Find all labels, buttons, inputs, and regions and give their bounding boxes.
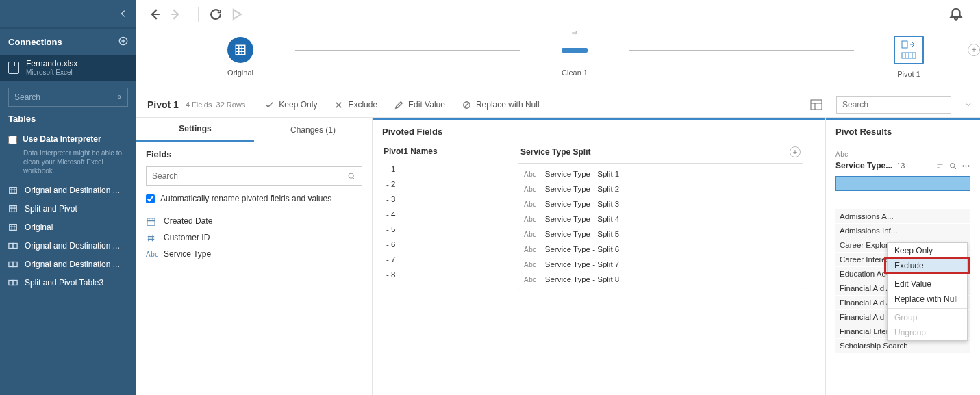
pivot-name-row[interactable]: - 3 (381, 192, 504, 207)
pivot-name-row[interactable]: - 4 (381, 207, 504, 222)
exclude-button[interactable]: Exclude (334, 100, 377, 110)
settings-pane: Settings Changes (1) Fields Automaticall… (136, 118, 372, 395)
svg-point-1 (118, 96, 121, 99)
pivot-icon (894, 36, 924, 64)
toolbar-search-input[interactable] (842, 100, 945, 110)
flow-node-original[interactable]: Original (186, 37, 295, 77)
flow-node-label: Clean 1 (562, 68, 588, 77)
flow-node-label: Pivot 1 (897, 70, 920, 78)
svg-rect-15 (811, 100, 822, 110)
check-icon (264, 100, 275, 110)
add-connection-button[interactable] (118, 36, 128, 48)
pivot-name-row[interactable]: - 2 (381, 177, 504, 192)
flow-canvas[interactable]: Original Clean 1 Pivot 1 (136, 29, 980, 92)
tab-settings[interactable]: Settings (136, 118, 254, 142)
sort-icon[interactable] (935, 162, 944, 170)
split-label: Service Type - Split 7 (545, 260, 619, 268)
pivoted-head: Pivoted Fields (373, 118, 825, 141)
search-icon[interactable] (948, 162, 957, 170)
pivot-split-row[interactable]: AbcService Type - Split 1 (518, 166, 803, 181)
ctx-edit-value[interactable]: Edit Value (888, 277, 967, 292)
layout-toggle[interactable] (810, 99, 822, 110)
more-icon[interactable] (962, 162, 970, 170)
pivot-split-row[interactable]: AbcService Type - Split 3 (518, 196, 803, 212)
table-label: Orignal and Destination ... (25, 241, 120, 251)
alerts-button[interactable] (948, 7, 964, 22)
type-indicator: Abc (826, 144, 980, 158)
flow-node-clean[interactable]: Clean 1 (520, 37, 629, 77)
table-item[interactable]: Original (0, 218, 136, 236)
pivot-split-row[interactable]: AbcService Type - Split 8 (518, 272, 803, 287)
tables-label: Tables (0, 107, 136, 130)
svg-rect-12 (902, 41, 907, 48)
add-split-button[interactable]: + (790, 146, 801, 157)
connection-row[interactable]: Fernando.xlsx Microsoft Excel (0, 55, 136, 81)
fields-search[interactable] (146, 166, 362, 186)
plus-circle-icon (118, 36, 128, 46)
add-step-button[interactable]: + (968, 44, 980, 56)
result-row[interactable]: Admissions Inf... (835, 224, 970, 238)
tab-changes[interactable]: Changes (1) (254, 118, 372, 142)
rows-count: 32 Rows (216, 101, 246, 109)
result-count: 13 (896, 162, 905, 170)
svg-rect-11 (236, 45, 245, 55)
auto-rename-label: Automatically rename pivoted fields and … (160, 194, 331, 203)
split-label: Service Type - Split 2 (545, 185, 619, 193)
pivot-name-row[interactable]: - 1 (381, 162, 504, 177)
table-icon (234, 44, 247, 56)
auto-rename-checkbox[interactable] (146, 194, 155, 203)
table-icon (8, 186, 19, 195)
ctx-replace-null[interactable]: Replace with Null (888, 292, 967, 307)
flow-node-pivot[interactable]: Pivot 1 (854, 36, 964, 78)
interpreter-label: Use Data Interpreter (23, 134, 101, 144)
table-item[interactable]: Split and Pivot Table3 (0, 273, 136, 292)
ctx-keep-only[interactable]: Keep Only (888, 243, 967, 258)
pivot-name-row[interactable]: - 7 (381, 252, 504, 267)
forward-button[interactable] (168, 7, 183, 22)
interpreter-checkbox[interactable] (8, 136, 17, 144)
replace-null-button[interactable]: Replace with Null (462, 100, 540, 110)
table-item[interactable]: Split and Pivot (0, 199, 136, 218)
table-item[interactable]: Orignal and Destination ... (0, 181, 136, 199)
pivot-split-row[interactable]: AbcService Type - Split 2 (518, 181, 803, 196)
back-button[interactable] (147, 7, 162, 22)
pivot-name-row[interactable]: - 8 (381, 267, 504, 282)
sidebar-search-input[interactable] (14, 92, 117, 102)
pivot-split-row[interactable]: AbcService Type - Split 4 (518, 212, 803, 227)
refresh-button[interactable] (208, 7, 223, 22)
table-item[interactable]: Orignal and Destination ... (0, 255, 136, 273)
result-row-selected[interactable] (835, 176, 970, 191)
field-row[interactable]: Customer ID (136, 229, 372, 246)
pivot-name-row[interactable]: - 6 (381, 237, 504, 252)
abc-icon: Abc (524, 201, 537, 208)
keep-only-button[interactable]: Keep Only (264, 100, 317, 110)
svg-rect-5 (9, 243, 14, 248)
fields-search-input[interactable] (152, 171, 347, 181)
null-icon (462, 100, 472, 110)
svg-rect-3 (10, 205, 17, 212)
svg-rect-10 (12, 280, 17, 285)
result-row[interactable]: Admissions A... (835, 209, 970, 223)
toolbar-search[interactable] (836, 96, 951, 114)
pivot-name-row[interactable]: - 5 (381, 222, 504, 237)
ctx-exclude[interactable]: Exclude (888, 258, 967, 273)
svg-rect-6 (12, 243, 17, 248)
sidebar-search[interactable] (8, 88, 128, 107)
field-type-icon (146, 233, 158, 243)
field-row[interactable]: Created Date (136, 213, 372, 229)
table-item[interactable]: Orignal and Destination ... (0, 236, 136, 255)
svg-rect-4 (10, 224, 17, 230)
expand-toggle[interactable] (959, 96, 977, 114)
table-icon (8, 222, 19, 232)
split-head: Service Type Split (520, 147, 591, 157)
pivot-split-row[interactable]: AbcService Type - Split 6 (518, 242, 803, 257)
pivot-split-row[interactable]: AbcService Type - Split 7 (518, 257, 803, 272)
result-row[interactable]: Scholarship Search (835, 339, 970, 353)
field-label: Created Date (164, 216, 212, 226)
field-row[interactable]: AbcService Type (136, 246, 372, 262)
run-button[interactable] (229, 7, 244, 22)
pivot-split-row[interactable]: AbcService Type - Split 5 (518, 227, 803, 242)
sidebar-collapse[interactable] (0, 0, 136, 29)
edit-value-button[interactable]: Edit Value (394, 100, 445, 110)
table-icon (8, 241, 19, 251)
